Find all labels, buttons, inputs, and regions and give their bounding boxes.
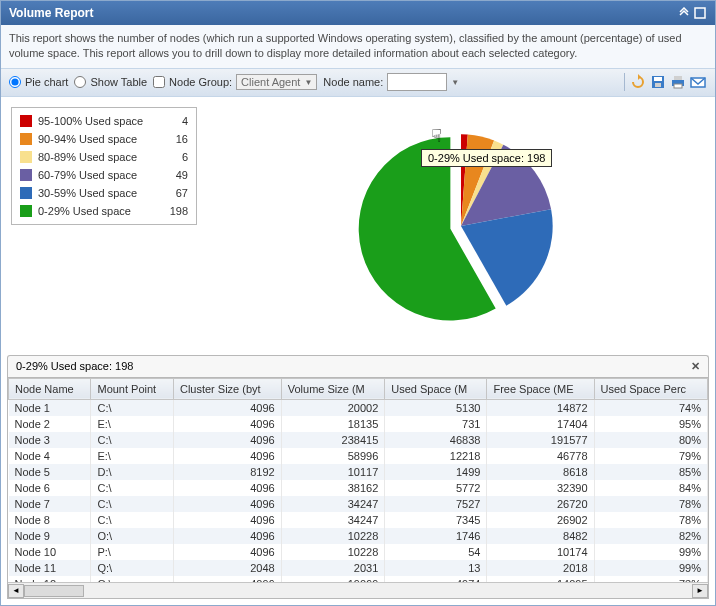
- table-cell: 2048: [173, 560, 281, 576]
- column-header[interactable]: Used Space (M: [385, 378, 487, 399]
- table-cell: 4096: [173, 432, 281, 448]
- legend-item[interactable]: 30-59% Used space67: [18, 184, 190, 202]
- table-row[interactable]: Node 8C:\40963424773452690278%: [9, 512, 708, 528]
- table-cell: 2031: [281, 560, 385, 576]
- chart-area: 95-100% Used space490-94% Used space1680…: [1, 97, 715, 355]
- column-header[interactable]: Used Space Perc: [594, 378, 707, 399]
- table-row[interactable]: Node 5D:\8192101171499861885%: [9, 464, 708, 480]
- table-row[interactable]: Node 4E:\409658996122184677879%: [9, 448, 708, 464]
- svg-rect-2: [654, 77, 662, 81]
- table-cell: 5130: [385, 399, 487, 416]
- table-cell: 78%: [594, 496, 707, 512]
- table-row[interactable]: Node 11Q:\2048203113201899%: [9, 560, 708, 576]
- detail-table: Node NameMount PointCluster Size (bytVol…: [8, 378, 708, 582]
- column-header[interactable]: Free Space (ME: [487, 378, 594, 399]
- table-row[interactable]: Node 9O:\4096102281746848282%: [9, 528, 708, 544]
- print-icon[interactable]: [669, 73, 687, 91]
- horizontal-scrollbar[interactable]: ◄ ►: [8, 582, 708, 598]
- table-cell: 7345: [385, 512, 487, 528]
- table-cell: 95%: [594, 416, 707, 432]
- table-cell: 10228: [281, 544, 385, 560]
- legend-swatch: [20, 115, 32, 127]
- table-cell: 82%: [594, 528, 707, 544]
- nodegroup-checkbox[interactable]: [153, 76, 165, 88]
- table-cell: 4096: [173, 512, 281, 528]
- table-cell: Node 6: [9, 480, 91, 496]
- detail-header: 0-29% Used space: 198 ✕: [7, 355, 709, 377]
- table-cell: Node 3: [9, 432, 91, 448]
- email-icon[interactable]: [689, 73, 707, 91]
- table-cell: Node 7: [9, 496, 91, 512]
- table-row[interactable]: Node 2E:\4096181357311740495%: [9, 416, 708, 432]
- table-cell: 79%: [594, 448, 707, 464]
- nodegroup-value: Client Agent: [241, 76, 300, 88]
- legend-swatch: [20, 151, 32, 163]
- scroll-thumb[interactable]: [24, 585, 84, 597]
- table-cell: 10174: [487, 544, 594, 560]
- show-table-radio[interactable]: [74, 76, 86, 88]
- table-row[interactable]: Node 10P:\409610228541017499%: [9, 544, 708, 560]
- nodename-group: Node name: ▼: [323, 73, 459, 91]
- scroll-left-icon[interactable]: ◄: [8, 584, 24, 598]
- legend-label: 80-89% Used space: [38, 151, 158, 163]
- maximize-icon[interactable]: [693, 6, 707, 20]
- table-cell: 54: [385, 544, 487, 560]
- close-icon[interactable]: ✕: [691, 360, 700, 373]
- table-cell: P:\: [91, 544, 173, 560]
- collapse-icon[interactable]: [677, 6, 691, 20]
- table-header-row: Node NameMount PointCluster Size (bytVol…: [9, 378, 708, 399]
- table-row[interactable]: Node 1C:\40962000251301487274%: [9, 399, 708, 416]
- nodename-input[interactable]: [387, 73, 447, 91]
- column-header[interactable]: Node Name: [9, 378, 91, 399]
- table-row[interactable]: Node 7C:\40963424775272672078%: [9, 496, 708, 512]
- table-cell: 26902: [487, 512, 594, 528]
- show-table-label: Show Table: [90, 76, 147, 88]
- table-scroll[interactable]: Node NameMount PointCluster Size (bytVol…: [8, 378, 708, 582]
- column-header[interactable]: Mount Point: [91, 378, 173, 399]
- table-cell: 58996: [281, 448, 385, 464]
- legend-swatch: [20, 187, 32, 199]
- view-radio-group: Pie chart: [9, 76, 68, 88]
- refresh-icon[interactable]: [629, 73, 647, 91]
- scroll-track[interactable]: [24, 584, 692, 598]
- legend-item[interactable]: 80-89% Used space6: [18, 148, 190, 166]
- legend-swatch: [20, 205, 32, 217]
- table-cell: Node 4: [9, 448, 91, 464]
- table-cell: 99%: [594, 560, 707, 576]
- table-cell: 46778: [487, 448, 594, 464]
- table-cell: 191577: [487, 432, 594, 448]
- pie-container: ☟ 0-29% Used space: 198: [217, 107, 705, 345]
- legend-item[interactable]: 60-79% Used space49: [18, 166, 190, 184]
- save-icon[interactable]: [649, 73, 667, 91]
- nodegroup-select[interactable]: Client Agent ▼: [236, 74, 317, 90]
- table-cell: 14872: [487, 399, 594, 416]
- nodegroup-label: Node Group:: [169, 76, 232, 88]
- table-cell: 1746: [385, 528, 487, 544]
- legend-count: 4: [164, 115, 188, 127]
- column-header[interactable]: Cluster Size (byt: [173, 378, 281, 399]
- table-cell: Node 11: [9, 560, 91, 576]
- table-cell: 85%: [594, 464, 707, 480]
- table-row[interactable]: Node 6C:\40963816257723239084%: [9, 480, 708, 496]
- legend-item[interactable]: 95-100% Used space4: [18, 112, 190, 130]
- table-cell: 731: [385, 416, 487, 432]
- table-cell: Q:\: [91, 560, 173, 576]
- legend-item[interactable]: 0-29% Used space198: [18, 202, 190, 220]
- chevron-down-icon[interactable]: ▼: [451, 78, 459, 87]
- table-cell: 8618: [487, 464, 594, 480]
- toolbar: Pie chart Show Table Node Group: Client …: [1, 69, 715, 97]
- panel-header: Volume Report: [1, 1, 715, 25]
- legend-item[interactable]: 90-94% Used space16: [18, 130, 190, 148]
- table-cell: E:\: [91, 448, 173, 464]
- table-cell: 4096: [173, 399, 281, 416]
- table-cell: 46838: [385, 432, 487, 448]
- column-header[interactable]: Volume Size (M: [281, 378, 385, 399]
- table-body: Node 1C:\40962000251301487274%Node 2E:\4…: [9, 399, 708, 582]
- legend-count: 16: [164, 133, 188, 145]
- scroll-right-icon[interactable]: ►: [692, 584, 708, 598]
- pie-chart-radio[interactable]: [9, 76, 21, 88]
- table-row[interactable]: Node 3C:\40962384154683819157780%: [9, 432, 708, 448]
- legend-count: 6: [164, 151, 188, 163]
- table-cell: E:\: [91, 416, 173, 432]
- table-cell: D:\: [91, 464, 173, 480]
